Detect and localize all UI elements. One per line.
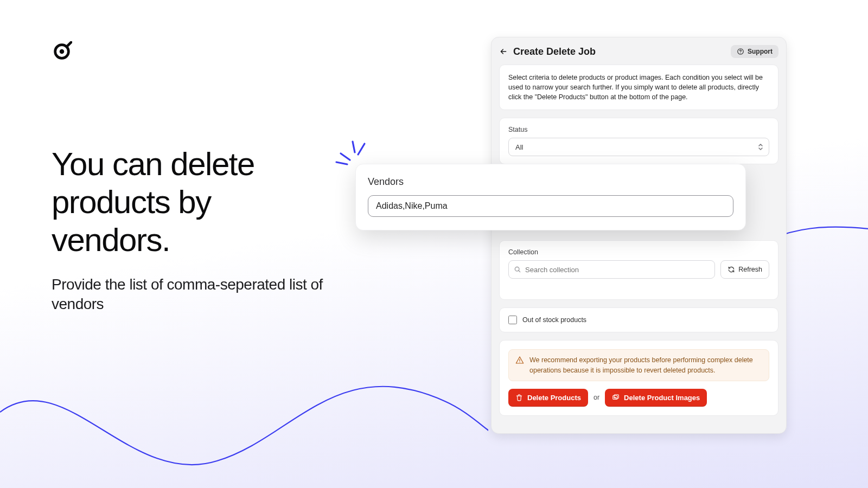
status-select[interactable]: All xyxy=(508,138,769,156)
info-text: Select criteria to delete products or pr… xyxy=(508,73,769,102)
delete-products-label: Delete Products xyxy=(527,394,581,402)
back-arrow-icon[interactable] xyxy=(499,47,508,56)
trash-icon xyxy=(515,394,523,401)
warning-banner: We recommend exporting your products bef… xyxy=(508,349,769,381)
warning-text: We recommend exporting your products bef… xyxy=(529,355,762,375)
hero-subhead: Provide the list of comma-seperated list… xyxy=(52,275,334,314)
support-label: Support xyxy=(748,48,773,55)
vendors-input[interactable] xyxy=(368,195,733,217)
brand-logo xyxy=(52,41,72,62)
help-icon xyxy=(737,48,744,55)
out-of-stock-checkbox[interactable] xyxy=(508,316,517,324)
delete-product-images-button[interactable]: Delete Product Images xyxy=(605,389,707,407)
svg-line-5 xyxy=(336,162,347,164)
svg-point-8 xyxy=(740,53,741,53)
status-select-value: All xyxy=(515,143,523,151)
delete-products-button[interactable]: Delete Products xyxy=(508,389,588,407)
status-card: Status All xyxy=(499,118,778,164)
status-label: Status xyxy=(508,126,769,133)
images-icon xyxy=(612,394,620,401)
panel-title: Create Delete Job xyxy=(513,46,725,57)
collection-card: Collection Refresh xyxy=(499,240,778,300)
hero-headline: You can delete products by vendors. xyxy=(52,145,334,260)
svg-line-6 xyxy=(341,153,350,160)
create-delete-job-panel: Create Delete Job Support Select criteri… xyxy=(491,37,787,434)
support-button[interactable]: Support xyxy=(731,45,778,58)
info-card: Select criteria to delete products or pr… xyxy=(499,65,778,110)
out-of-stock-label: Out of stock products xyxy=(522,316,586,324)
delete-images-label: Delete Product Images xyxy=(624,394,700,402)
decorative-wave-left xyxy=(0,293,488,488)
refresh-button[interactable]: Refresh xyxy=(720,260,769,279)
svg-line-10 xyxy=(519,271,520,272)
svg-line-4 xyxy=(358,144,365,155)
svg-point-2 xyxy=(60,49,65,54)
refresh-label: Refresh xyxy=(738,266,762,273)
vendors-label: Vendors xyxy=(368,176,733,188)
actions-card: We recommend exporting your products bef… xyxy=(499,340,778,415)
chevron-updown-icon xyxy=(757,143,764,151)
collection-search-input[interactable] xyxy=(508,260,715,279)
vendors-card: Vendors xyxy=(355,164,746,230)
svg-line-1 xyxy=(67,42,72,47)
collection-label: Collection xyxy=(508,248,769,256)
svg-line-3 xyxy=(353,142,355,152)
or-text: or xyxy=(593,394,599,401)
search-icon xyxy=(514,266,521,273)
refresh-icon xyxy=(727,266,735,273)
svg-point-12 xyxy=(519,362,520,362)
out-of-stock-card: Out of stock products xyxy=(499,307,778,332)
warning-icon xyxy=(515,356,524,364)
